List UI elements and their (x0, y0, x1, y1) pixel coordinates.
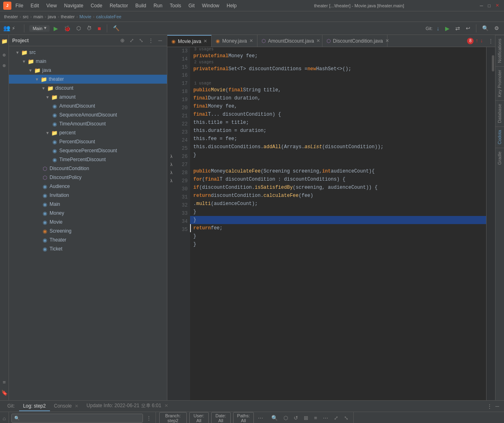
filter-refresh-btn[interactable]: ↺ (292, 414, 300, 422)
tree-item-java[interactable]: ▼ 📁 java (9, 66, 167, 75)
menu-help[interactable]: Help (223, 2, 240, 9)
close-btn[interactable]: ✕ (494, 2, 501, 9)
tree-item-audience[interactable]: ◉ Audience (9, 182, 167, 191)
git-home-icon[interactable]: ⌂ (0, 414, 9, 423)
menu-view[interactable]: View (43, 2, 60, 9)
editor-scrollbar[interactable] (486, 47, 495, 400)
menu-code[interactable]: Code (87, 2, 106, 9)
sidebar-project-icon[interactable]: 📁 (0, 37, 9, 46)
build-button[interactable]: 🔨 (111, 24, 121, 32)
sidebar-structure-icon[interactable]: ≡ (0, 378, 9, 387)
tree-item-discount[interactable]: ▼ 📁 discount (9, 84, 167, 93)
tree-item-timepercent[interactable]: ◉ TimePercentDiscount (9, 155, 167, 164)
filter-more-btn[interactable]: ⋯ (256, 414, 265, 422)
tree-item-screening[interactable]: ◉ Screening (9, 227, 167, 235)
menu-file[interactable]: File (12, 2, 26, 9)
menu-navigate[interactable]: Navigate (61, 2, 87, 9)
code-editor[interactable]: λ λ λ λ 13 14 15 16 17 18 19 20 21 22 (167, 47, 495, 400)
bottom-more-btn[interactable]: ⋮ (485, 402, 494, 410)
tree-item-discountpol[interactable]: ⬡ DiscountPolicy (9, 173, 167, 182)
git-search-input[interactable] (11, 414, 143, 423)
breadcrumb-src[interactable]: src (23, 14, 29, 19)
tab-amount[interactable]: ⬡ AmountDiscount.java ✕ (257, 35, 322, 47)
menu-refactor[interactable]: Refactor (106, 2, 131, 9)
tab-movie-close[interactable]: ✕ (203, 39, 207, 44)
profile-button[interactable]: ⏱ (85, 24, 93, 32)
settings-btn[interactable]: ⚙ (493, 24, 501, 32)
updateinfo-close[interactable]: ✕ (164, 403, 168, 408)
breadcrumb-theater[interactable]: theater (4, 14, 18, 19)
tree-item-theater[interactable]: ▼ 📁 theater (9, 75, 167, 84)
filter-search-btn[interactable]: 🔍 (270, 414, 279, 422)
tree-item-main[interactable]: ▼ 📁 main (9, 57, 167, 66)
sidebar-pullreq-icon[interactable]: ⊗ (0, 61, 9, 71)
search-btn[interactable]: 🔍 (480, 24, 490, 32)
breadcrumb-java[interactable]: java (48, 14, 56, 19)
git-push-btn[interactable]: ▶ (443, 24, 451, 32)
bottom-tab-log[interactable]: Log: step2 (19, 401, 50, 411)
breadcrumb-calculatefee[interactable]: calculateFee (96, 14, 121, 19)
tab-movie[interactable]: ◉ Movie.java ✕ (167, 35, 212, 47)
filter-toggle-btn[interactable]: ⬡ (282, 414, 290, 422)
menu-tools[interactable]: Tools (167, 2, 184, 9)
tab-amount-close[interactable]: ✕ (316, 38, 320, 43)
tree-item-seqpercent[interactable]: ◉ SequencePercentDiscount (9, 146, 167, 155)
menu-build[interactable]: Build (132, 2, 149, 9)
tree-item-invitation[interactable]: ◉ Invitation (9, 191, 167, 200)
tree-item-movie[interactable]: ◉ Movie (9, 218, 167, 227)
tab-discount[interactable]: ⬡ DiscountCondition.java ✕ (322, 35, 387, 47)
scrollbar-thumb[interactable] (492, 55, 494, 71)
breadcrumb-movie[interactable]: Movie (80, 14, 91, 19)
maximize-btn[interactable]: □ (486, 2, 492, 9)
git-filter-btn[interactable]: ⋮ (145, 414, 153, 422)
breadcrumb-main[interactable]: main (33, 14, 43, 19)
project-expand-btn[interactable]: ⤢ (128, 37, 136, 44)
tree-item-percent[interactable]: ▼ 📁 percent (9, 128, 167, 137)
minimize-btn[interactable]: ─ (478, 2, 485, 9)
git-more-btn[interactable]: ↩ (464, 24, 472, 32)
code-lines[interactable]: 3 usages private final Money fee; 2 usag… (190, 47, 486, 400)
right-panel-notifications[interactable]: Notifications (495, 35, 504, 66)
tree-item-ticket[interactable]: ◉ Ticket (9, 244, 167, 253)
arrow-up-icon[interactable]: ↑ (475, 38, 478, 44)
tree-item-seqamount[interactable]: ◉ SequenceAmountDiscount (9, 110, 167, 119)
tree-item-amountdiscount[interactable]: ◉ AmountDiscount (9, 101, 167, 110)
filter-user-btn[interactable]: User: All (189, 412, 209, 423)
filter-options-btn[interactable]: ≡ (312, 414, 319, 422)
bottom-tab-console[interactable]: Console ✕ (50, 401, 82, 411)
filter-paths-btn[interactable]: Paths: All (233, 412, 254, 423)
filter-expand-btn[interactable]: ⤢ (332, 414, 340, 422)
tree-item-mainclass[interactable]: ◉ Main (9, 200, 167, 209)
console-close[interactable]: ✕ (75, 404, 78, 408)
tab-money-close[interactable]: ✕ (249, 38, 253, 43)
git-update-btn[interactable]: ↓ (435, 24, 441, 32)
coverage-button[interactable]: ⬡ (75, 24, 82, 32)
menu-edit[interactable]: Edit (27, 2, 42, 9)
filter-grid-btn[interactable]: ⊞ (302, 414, 310, 422)
arrow-down-icon[interactable]: ↓ (480, 38, 483, 44)
right-panel-gradle[interactable]: Gradle (495, 148, 504, 168)
sidebar-commit-icon[interactable]: ⊕ (0, 50, 9, 60)
debug-button[interactable]: 🐞 (62, 24, 72, 32)
filter-collapse-btn[interactable]: ⤡ (342, 414, 350, 422)
tree-item-discountcond[interactable]: ⬡ DiscountCondition (9, 164, 167, 173)
project-collapse-btn[interactable]: ⤡ (137, 37, 145, 44)
project-locate-btn[interactable]: ⊕ (119, 37, 126, 44)
menu-window[interactable]: Window (199, 2, 223, 9)
tab-discount-close[interactable]: ✕ (385, 38, 389, 43)
bottom-tab-updateinfo[interactable]: Update Info: 2022-06-21 오후 6:01 ✕ (82, 401, 172, 412)
sidebar-bookmarks-icon[interactable]: 🔖 (0, 388, 9, 398)
tab-more-btn[interactable]: ⋮ (487, 37, 495, 45)
filter-branch-btn[interactable]: Branch: step2 (159, 412, 187, 423)
tree-item-money[interactable]: ◉ Money (9, 209, 167, 218)
tree-item-amount[interactable]: ▼ 📁 amount (9, 93, 167, 101)
right-panel-codota[interactable]: Codota (495, 126, 504, 147)
bottom-minimize-btn[interactable]: ─ (494, 402, 501, 410)
tree-item-src[interactable]: ▼ 📁 src (9, 48, 167, 57)
menu-git[interactable]: Git (185, 2, 198, 9)
menu-run[interactable]: Run (150, 2, 166, 9)
tree-item-percentdiscount[interactable]: ◉ PercentDiscount (9, 137, 167, 146)
right-panel-keypromoter[interactable]: Key Promoter (495, 66, 504, 100)
filter-date-btn[interactable]: Date: All (211, 412, 231, 423)
stop-button[interactable]: ■ (96, 24, 102, 32)
